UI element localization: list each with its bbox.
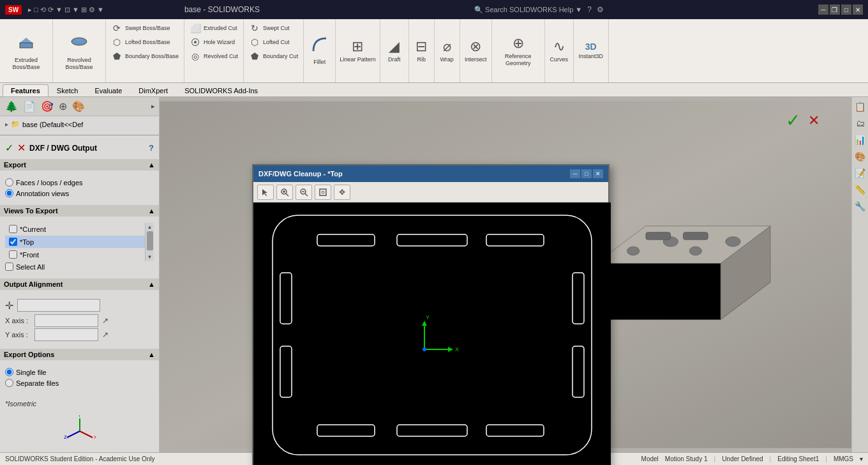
- hole-wizard-button[interactable]: ⦿ Hole Wizard: [187, 36, 241, 49]
- hole-wizard-label: Hole Wizard: [204, 39, 235, 45]
- extruded-boss-button[interactable]: Extruded Boss/Base: [0, 19, 53, 82]
- swept-cut-group: ↻ Swept Cut ⬡ Lofted Cut ⬟ Boundary Cut: [244, 19, 304, 82]
- rib-label: Rib: [417, 56, 426, 63]
- draft-label: Draft: [388, 56, 401, 63]
- zoom-out-button[interactable]: [296, 185, 312, 200]
- svg-point-4: [75, 38, 83, 42]
- swept-cut-button[interactable]: ↻ Swept Cut: [246, 22, 301, 34]
- intersect-label: Intersect: [465, 56, 487, 63]
- instant3d-button[interactable]: 3D Instant3D: [574, 19, 609, 82]
- lofted-cut-icon: ⬡: [249, 37, 260, 47]
- reference-geometry-label: Reference Geometry: [496, 53, 541, 67]
- modal-toolbar: ✥: [253, 182, 608, 202]
- boundary-cut-button[interactable]: ⬟ Boundary Cut: [246, 50, 301, 63]
- lofted-cut-button[interactable]: ⬡ Lofted Cut: [246, 36, 301, 49]
- drawing-svg: Y X: [253, 202, 611, 465]
- lofted-boss-button[interactable]: ⬡ Lofted Boss/Base: [108, 36, 181, 49]
- boundary-boss-button[interactable]: ⬟ Boundary Boss/Base: [108, 50, 181, 63]
- revolved-boss-icon: [69, 31, 89, 56]
- status-right: Model Motion Study 1 | Under Defined | E…: [641, 455, 863, 462]
- tab-solidworks-addins[interactable]: SOLIDWORKS Add-Ins: [176, 84, 266, 96]
- boundary-boss-icon: ⬟: [111, 51, 123, 61]
- extruded-boss-label: Extruded Boss/Base: [4, 57, 49, 71]
- modal-restore-button[interactable]: □: [581, 169, 592, 178]
- revolved-boss-button[interactable]: Revolved Boss/Base: [53, 19, 106, 82]
- modal-titlebar[interactable]: DXF/DWG Cleanup - *Top ─ □ ✕: [253, 165, 608, 182]
- wrap-label: Wrap: [440, 56, 454, 63]
- curves-button[interactable]: ∿ Curves: [545, 19, 574, 82]
- restore-button[interactable]: ❐: [830, 4, 840, 15]
- swept-boss-icon: ⟳: [111, 23, 123, 33]
- extruded-boss-icon: [16, 31, 36, 56]
- settings-icon[interactable]: ⚙: [597, 5, 604, 14]
- linear-pattern-label: Linear Pattern: [340, 56, 376, 63]
- modal-minimize-button[interactable]: ─: [570, 169, 580, 178]
- rib-icon: ⊟: [415, 38, 427, 55]
- editing-sheet-label: Editing Sheet1: [777, 455, 819, 462]
- swept-cut-icon: ↻: [249, 23, 260, 33]
- title-text: base - SOLIDWORKS: [184, 5, 260, 14]
- boundary-boss-label: Boundary Boss/Base: [125, 53, 179, 59]
- hole-wizard-icon: ⦿: [190, 37, 201, 47]
- tab-features[interactable]: Features: [3, 84, 49, 96]
- tab-dimxpert[interactable]: DimXpert: [130, 84, 176, 96]
- help-icon[interactable]: ?: [587, 5, 592, 14]
- window-controls: ─ ❐ □ ✕: [818, 4, 863, 15]
- sw-edition-label: SOLIDWORKS Student Edition - Academic Us…: [5, 455, 155, 462]
- sw-logo: SW: [5, 5, 22, 15]
- quick-access: ▸ □ ⟲ ⟳ ▼ ⊡ ▼ ⊞ ⚙ ▼: [28, 6, 104, 14]
- tab-sketch[interactable]: Sketch: [49, 84, 87, 96]
- modal-canvas: Y X: [253, 202, 611, 465]
- select-tool-button[interactable]: [257, 185, 274, 200]
- wrap-button[interactable]: ⌀ Wrap: [435, 19, 460, 82]
- close-button[interactable]: ✕: [853, 4, 863, 15]
- minimize-button[interactable]: ─: [818, 4, 828, 15]
- reference-geometry-icon: ⊕: [513, 35, 524, 52]
- nav-arrow[interactable]: ▾: [860, 455, 863, 462]
- modal-controls: ─ □ ✕: [570, 169, 603, 178]
- model-tab[interactable]: Model: [641, 455, 659, 462]
- modal-close-button[interactable]: ✕: [593, 169, 603, 178]
- motion-study-tab[interactable]: Motion Study 1: [665, 455, 708, 462]
- linear-pattern-button[interactable]: ⊞ Linear Pattern: [336, 19, 380, 82]
- boss-small-group: ⟳ Swept Boss/Base ⬡ Lofted Boss/Base ⬟ B…: [106, 19, 184, 82]
- zoom-in-button[interactable]: [276, 185, 293, 200]
- extruded-cut-button[interactable]: ⬜ Extruded Cut: [187, 22, 241, 34]
- fillet-label: Fillet: [313, 59, 326, 66]
- zoom-fit-button[interactable]: [315, 185, 331, 200]
- revolved-cut-button[interactable]: ◎ Revolved Cut: [187, 50, 241, 63]
- svg-point-31: [322, 191, 324, 194]
- intersect-button[interactable]: ⊗ Intersect: [460, 19, 492, 82]
- units-label: MMGS: [834, 455, 853, 462]
- svg-rect-0: [20, 43, 33, 48]
- tab-evaluate[interactable]: Evaluate: [87, 84, 131, 96]
- cleanup-modal: DXF/DWG Cleanup - *Top ─ □ ✕: [252, 164, 610, 465]
- boundary-cut-label: Boundary Cut: [263, 53, 298, 59]
- swept-boss-button[interactable]: ⟳ Swept Boss/Base: [108, 22, 181, 34]
- titlebar-right: 🔍 Search SOLIDWORKS Help ▼ ? ⚙: [474, 5, 604, 14]
- extruded-cut-icon: ⬜: [190, 23, 201, 33]
- status-sep-3: |: [825, 455, 827, 462]
- draft-button[interactable]: ◢ Draft: [380, 19, 409, 82]
- under-defined-status: Under Defined: [722, 455, 763, 462]
- rib-button[interactable]: ⊟ Rib: [409, 19, 435, 82]
- curves-label: Curves: [550, 56, 568, 63]
- wrap-icon: ⌀: [443, 38, 451, 55]
- ribbon: Extruded Boss/Base Revolved Boss/Base ⟳ …: [0, 19, 868, 83]
- intersect-icon: ⊗: [470, 38, 481, 55]
- pan-button[interactable]: ✥: [334, 185, 350, 200]
- fillet-button[interactable]: Fillet: [304, 19, 336, 82]
- reference-geometry-button[interactable]: ⊕ Reference Geometry: [492, 19, 545, 82]
- extruded-cut-label: Extruded Cut: [204, 25, 237, 31]
- maximize-button[interactable]: □: [841, 4, 851, 15]
- svg-rect-30: [320, 189, 326, 195]
- svg-line-24: [286, 194, 288, 196]
- instant3d-icon: 3D: [585, 42, 597, 52]
- svg-line-28: [305, 194, 308, 196]
- svg-text:Y: Y: [426, 314, 430, 321]
- modal-overlay: DXF/DWG Cleanup - *Top ─ □ ✕: [0, 97, 868, 452]
- fillet-icon: [311, 36, 329, 57]
- revolved-boss-label: Revolved Boss/Base: [57, 57, 101, 71]
- modal-title: DXF/DWG Cleanup - *Top: [258, 170, 343, 178]
- title-bar: SW ▸ □ ⟲ ⟳ ▼ ⊡ ▼ ⊞ ⚙ ▼ base - SOLIDWORKS…: [0, 0, 868, 19]
